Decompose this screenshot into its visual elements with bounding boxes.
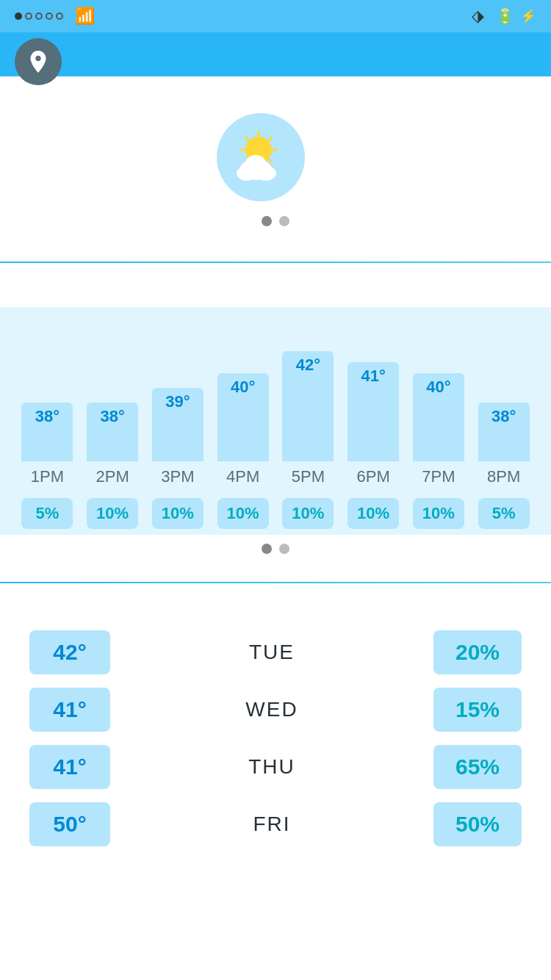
hour-col-6: 40°: [406, 373, 472, 461]
hourly-rain-row: 5%10%10%10%10%10%10%5%: [7, 492, 544, 535]
signal-dot-5: [56, 12, 63, 20]
hour-label-7: 8PM: [478, 464, 530, 489]
status-right: ⬗ 🔋 ⚡: [472, 7, 536, 26]
week-row-0: 42° TUE 20%: [29, 630, 522, 674]
signal-dot-4: [46, 12, 53, 20]
hour-bar-0: 38°: [21, 403, 73, 461]
hour-col-7: 38°: [471, 403, 536, 461]
hour-label-1: 2PM: [87, 464, 138, 489]
rain-badge-3: 10%: [217, 498, 269, 529]
hour-col-2: 39°: [145, 388, 211, 461]
page-dots-2: [0, 544, 551, 554]
signal-dot-2: [25, 12, 32, 20]
divider-1: [0, 262, 551, 263]
hour-temp-6: 40°: [426, 378, 450, 397]
signal-dots: [15, 12, 63, 20]
hour-bar-4: 42°: [282, 351, 334, 461]
hourly-bars-container: 38°38°39°40°42°41°40°38° 1PM2PM3PM4PM5PM…: [0, 307, 551, 535]
hour-label-5: 6PM: [347, 464, 399, 489]
hour-temp-0: 38°: [35, 407, 60, 426]
week-rain-2: 65%: [433, 745, 522, 789]
week-row-2: 41° THU 65%: [29, 745, 522, 789]
week-row-1: 41° WED 15%: [29, 688, 522, 732]
week-temp-3: 50°: [29, 802, 110, 846]
week-rows: 42° TUE 20% 41° WED 15% 41° THU 65% 50° …: [29, 630, 522, 846]
svg-point-12: [245, 155, 266, 173]
hour-label-2: 3PM: [152, 464, 204, 489]
hourly-chart: 38°38°39°40°42°41°40°38°: [7, 314, 544, 461]
status-bar: 📶 ⬗ 🔋 ⚡: [0, 0, 551, 32]
rain-badge-7: 5%: [478, 498, 530, 529]
svg-line-6: [269, 159, 272, 162]
week-day-0: TUE: [110, 641, 433, 664]
wifi-icon: 📶: [75, 7, 95, 26]
hour-temp-4: 42°: [296, 356, 320, 375]
page-dots: [29, 216, 522, 226]
rain-badge-6: 10%: [413, 498, 464, 529]
hour-label-4: 5PM: [282, 464, 334, 489]
hour-col-5: 41°: [341, 362, 406, 461]
location-pin-icon[interactable]: [15, 38, 62, 85]
location-bar: [0, 32, 551, 76]
hour-labels-row: 1PM2PM3PM4PM5PM6PM7PM8PM: [7, 461, 544, 492]
page-dot-4[interactable]: [279, 544, 289, 554]
divider-2: [0, 582, 551, 583]
current-weather: [29, 113, 522, 201]
signal-dot-1: [15, 12, 22, 20]
sun-cloud-svg: [228, 124, 294, 190]
svg-line-5: [245, 137, 248, 140]
hour-col-0: 38°: [15, 403, 80, 461]
hour-label-6: 7PM: [413, 464, 464, 489]
rain-badge-2: 10%: [152, 498, 204, 529]
hour-temp-7: 38°: [491, 407, 516, 426]
hour-col-3: 40°: [210, 373, 276, 461]
pin-svg: [25, 48, 51, 75]
week-rain-3: 50%: [433, 802, 522, 846]
battery-icon: 🔋: [496, 7, 514, 25]
hour-label-0: 1PM: [21, 464, 73, 489]
svg-line-7: [269, 137, 272, 140]
hour-bar-1: 38°: [87, 403, 138, 461]
hour-bar-7: 38°: [478, 403, 530, 461]
week-rain-0: 20%: [433, 630, 522, 674]
right-now-section: [0, 76, 551, 247]
hour-bar-5: 41°: [347, 362, 399, 461]
status-left: 📶: [15, 7, 95, 26]
rain-badge-0: 5%: [21, 498, 73, 529]
page-dot-1[interactable]: [262, 216, 272, 226]
week-temp-1: 41°: [29, 688, 110, 732]
week-day-2: THU: [110, 755, 433, 779]
week-temp-0: 42°: [29, 630, 110, 674]
weather-icon: [217, 113, 305, 201]
charging-icon: ⚡: [520, 8, 536, 24]
week-rain-1: 15%: [433, 688, 522, 732]
hour-temp-5: 41°: [361, 367, 385, 386]
week-day-3: FRI: [110, 813, 433, 836]
week-day-1: WED: [110, 698, 433, 721]
this-week-section: 42° TUE 20% 41° WED 15% 41° THU 65% 50° …: [0, 598, 551, 874]
hour-temp-2: 39°: [165, 392, 190, 411]
hour-col-1: 38°: [80, 403, 145, 461]
hour-temp-1: 38°: [100, 407, 124, 426]
next-hours-section: 38°38°39°40°42°41°40°38° 1PM2PM3PM4PM5PM…: [0, 278, 551, 567]
signal-dot-3: [35, 12, 43, 20]
hour-label-3: 4PM: [217, 464, 269, 489]
rain-badge-5: 10%: [347, 498, 399, 529]
rain-badge-4: 10%: [282, 498, 334, 529]
hour-bar-6: 40°: [413, 373, 464, 461]
page-dot-2[interactable]: [279, 216, 289, 226]
page-dot-3[interactable]: [262, 544, 272, 554]
hour-bar-3: 40°: [217, 373, 269, 461]
bluetooth-icon: ⬗: [472, 7, 484, 26]
week-row-3: 50° FRI 50%: [29, 802, 522, 846]
hour-col-4: 42°: [276, 351, 341, 461]
hour-bar-2: 39°: [152, 388, 204, 461]
week-temp-2: 41°: [29, 745, 110, 789]
hour-temp-3: 40°: [231, 378, 255, 397]
rain-badge-1: 10%: [87, 498, 138, 529]
